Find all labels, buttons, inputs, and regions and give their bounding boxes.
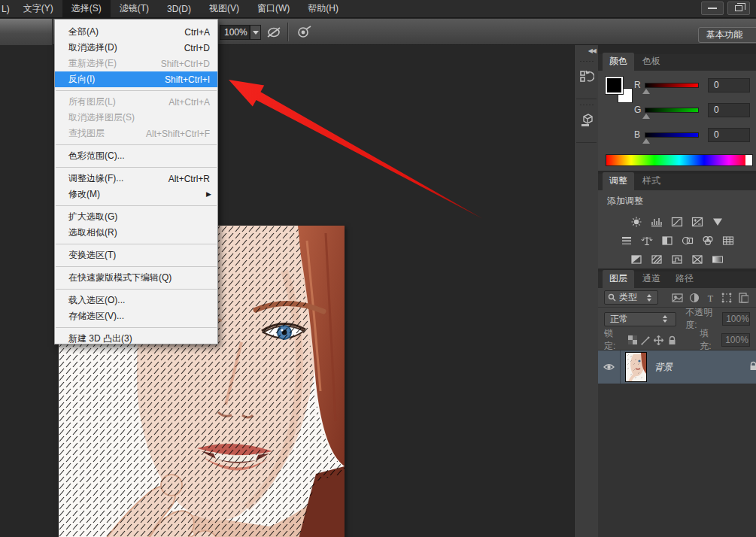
menu-item-shortcut: Ctrl+D <box>184 43 210 53</box>
menu-item-modify[interactable]: 修改(M)▶ <box>55 187 217 202</box>
exposure-icon[interactable] <box>691 216 704 228</box>
hue-saturation-icon[interactable] <box>620 235 633 247</box>
layer-thumbnail[interactable] <box>625 352 647 382</box>
menu-item-select-all[interactable]: 全部(A)Ctrl+A <box>55 24 217 40</box>
chevron-down-icon <box>253 31 259 35</box>
pixel-layer-filter-icon[interactable] <box>672 293 683 303</box>
minimize-button[interactable] <box>701 2 724 15</box>
opacity-value[interactable]: 100% <box>722 312 750 326</box>
menu-type[interactable]: 文字(Y) <box>14 0 62 17</box>
3d-panel-button[interactable] <box>576 101 597 143</box>
menu-item-deselect[interactable]: 取消选择(D)Ctrl+D <box>55 40 217 56</box>
menu-item-load-selection[interactable]: 载入选区(O)... <box>55 293 217 308</box>
blue-value-box[interactable]: 0 <box>708 128 750 142</box>
airbrush-icon[interactable] <box>295 24 313 41</box>
channel-mixer-icon[interactable] <box>701 235 715 247</box>
lock-all-icon[interactable] <box>667 335 678 346</box>
spectrum-white-chip[interactable] <box>745 155 752 165</box>
red-value-box[interactable]: 0 <box>708 78 750 93</box>
brightness-contrast-icon[interactable] <box>630 216 643 228</box>
slider-thumb-icon[interactable] <box>642 114 650 119</box>
blend-mode-dropdown[interactable]: 正常 <box>604 312 676 326</box>
curves-icon[interactable] <box>670 216 684 228</box>
layer-filter-type-dropdown[interactable]: 类型 <box>604 290 658 305</box>
panels-column: 颜色 色板 R 0 G 0 B 0 <box>598 45 756 537</box>
fill-value[interactable]: 100% <box>721 333 750 347</box>
layer-name[interactable]: 背景 <box>654 361 673 374</box>
selective-color-icon[interactable] <box>691 253 704 265</box>
slider-thumb-icon[interactable] <box>642 89 650 94</box>
lock-transparent-icon[interactable] <box>627 335 638 346</box>
menu-item-new-3d-extrusion[interactable]: 新建 3D 凸出(3) <box>55 331 217 347</box>
posterize-icon[interactable] <box>650 253 663 265</box>
tab-layers[interactable]: 图层 <box>603 270 634 288</box>
collapse-dock-button[interactable]: ◀◀ <box>578 47 596 56</box>
lock-position-icon[interactable] <box>654 335 664 346</box>
menu-item-partial[interactable]: L) <box>0 0 14 17</box>
red-slider[interactable] <box>645 83 699 88</box>
workspace-switcher-button[interactable]: 基本功能 <box>698 27 756 43</box>
tool-preset-area[interactable] <box>0 19 53 45</box>
menu-item-label: 查找图层 <box>68 127 146 140</box>
tab-color[interactable]: 颜色 <box>603 53 634 71</box>
menu-view[interactable]: 视图(V) <box>200 0 248 17</box>
lock-paint-icon[interactable] <box>640 335 651 346</box>
smart-object-filter-icon[interactable] <box>738 293 748 303</box>
menu-3d[interactable]: 3D(D) <box>158 0 200 17</box>
menu-item-refine-edge[interactable]: 调整边缘(F)...Alt+Ctrl+R <box>55 171 217 187</box>
color-spectrum-ramp[interactable] <box>606 154 753 166</box>
photo-filter-icon[interactable] <box>681 235 694 247</box>
opacity-value-box[interactable]: 100% <box>220 25 250 40</box>
menu-item-save-selection[interactable]: 存储选区(V)... <box>55 308 217 324</box>
invert-icon[interactable] <box>630 253 643 265</box>
type-layer-filter-icon[interactable]: T <box>706 293 715 303</box>
menu-item-all-layers[interactable]: 所有图层(L)Alt+Ctrl+A <box>55 94 217 110</box>
tab-paths[interactable]: 路径 <box>669 270 700 288</box>
green-value-box[interactable]: 0 <box>708 103 750 117</box>
opacity-dropdown-button[interactable] <box>250 25 261 40</box>
menu-item-color-range[interactable]: 色彩范围(C)... <box>55 148 217 164</box>
layers-list-empty-area[interactable] <box>598 384 756 537</box>
menu-filter[interactable]: 滤镜(T) <box>111 0 158 17</box>
menu-item-deselect-layers[interactable]: 取消选择图层(S) <box>55 110 217 126</box>
menu-item-grow[interactable]: 扩大选取(G) <box>55 209 217 225</box>
adjustment-layer-filter-icon[interactable] <box>689 293 700 303</box>
menu-item-inverse[interactable]: 反向(I)Shift+Ctrl+I <box>55 71 217 87</box>
threshold-icon[interactable] <box>670 253 684 265</box>
menu-separator <box>56 167 217 168</box>
menu-window[interactable]: 窗口(W) <box>248 0 299 17</box>
menu-item-reselect[interactable]: 重新选择(E)Shift+Ctrl+D <box>55 56 217 71</box>
layer-row-background[interactable]: 背景 <box>598 350 756 384</box>
minimize-icon <box>708 8 717 9</box>
menu-item-transform-selection[interactable]: 变换选区(T) <box>55 247 217 263</box>
menu-item-label: 重新选择(E) <box>68 57 161 70</box>
vibrance-icon[interactable] <box>711 216 724 228</box>
menu-item-find-layers[interactable]: 查找图层Alt+Shift+Ctrl+F <box>55 126 217 141</box>
blue-slider[interactable] <box>645 132 699 138</box>
levels-icon[interactable] <box>650 216 663 228</box>
tab-adjustments[interactable]: 调整 <box>603 172 634 190</box>
menu-help[interactable]: 帮助(H) <box>299 0 348 17</box>
layer-visibility-toggle[interactable] <box>598 350 621 384</box>
black-white-icon[interactable] <box>660 235 674 247</box>
adjustments-icon-row <box>598 216 756 228</box>
gradient-map-icon[interactable] <box>711 253 724 265</box>
shape-layer-filter-icon[interactable] <box>721 293 732 303</box>
menu-item-quick-mask[interactable]: 在快速蒙版模式下编辑(Q) <box>55 270 217 286</box>
menu-select[interactable]: 选择(S) <box>62 0 111 17</box>
color-lookup-icon[interactable] <box>721 235 735 247</box>
green-slider[interactable] <box>645 108 699 113</box>
menu-item-label: 选取相似(R) <box>68 226 210 239</box>
foreground-color-swatch[interactable] <box>606 77 623 94</box>
color-panel-body: R 0 G 0 B 0 <box>598 71 756 171</box>
color-balance-icon[interactable] <box>640 235 654 247</box>
menu-item-label: 取消选择(D) <box>68 41 184 54</box>
history-panel-button[interactable] <box>576 57 597 99</box>
tab-styles[interactable]: 样式 <box>636 172 667 190</box>
restore-button[interactable] <box>727 2 750 15</box>
menu-item-similar[interactable]: 选取相似(R) <box>55 225 217 241</box>
tab-swatches[interactable]: 色板 <box>636 53 667 71</box>
tab-channels[interactable]: 通道 <box>636 270 667 288</box>
tablet-pressure-icon[interactable] <box>265 24 283 41</box>
slider-thumb-icon[interactable] <box>642 138 650 144</box>
